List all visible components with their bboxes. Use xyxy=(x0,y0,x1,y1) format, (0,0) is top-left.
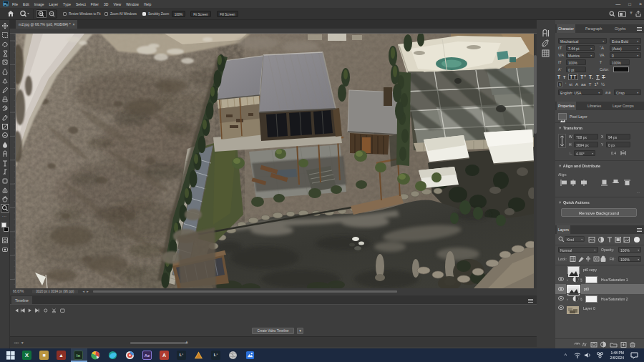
svg-text:fx: fx xyxy=(582,342,587,347)
